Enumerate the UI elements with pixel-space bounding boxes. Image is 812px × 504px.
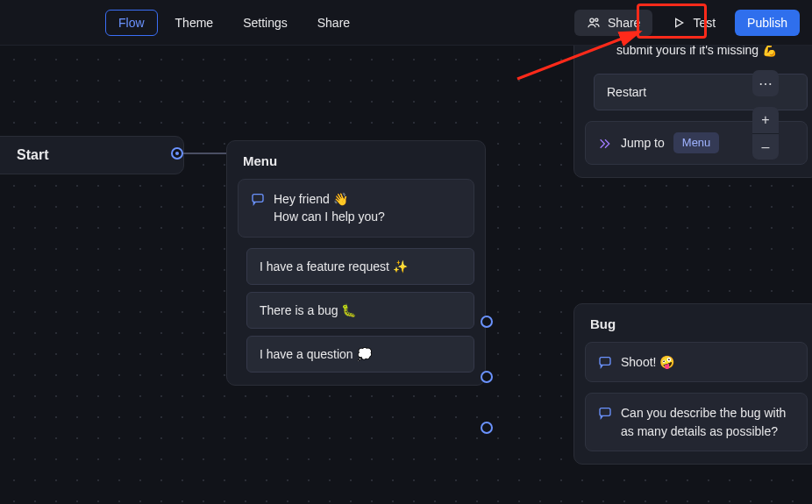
play-icon [672, 16, 686, 30]
flow-canvas[interactable]: ⋯ + – Start Menu Hey friend 👋 How can I … [0, 46, 812, 504]
top-bar: Flow Theme Settings Share Share Test Pub… [0, 0, 812, 46]
message-block[interactable]: Can you describe the bug with as many de… [585, 393, 808, 451]
people-icon [587, 16, 601, 30]
node-menu[interactable]: Menu Hey friend 👋 How can I help you? I … [226, 140, 486, 386]
node-bug-title: Bug [574, 304, 812, 342]
node-menu-title: Menu [227, 141, 485, 179]
node-bug[interactable]: Bug Shoot! 🤪 Can you describe the bug wi… [573, 303, 812, 465]
zoom-out-button[interactable]: – [752, 133, 779, 160]
zoom-in-button[interactable]: + [752, 107, 779, 133]
svg-rect-2 [253, 195, 263, 202]
chat-icon [598, 355, 612, 369]
port-menu-choice2[interactable] [481, 371, 493, 383]
message-block[interactable]: Hey friend 👋 How can I help you? [238, 179, 474, 238]
choice-item[interactable]: There is a bug 🐛 [246, 292, 474, 329]
choice-item[interactable]: I have a feature request ✨ [246, 248, 474, 285]
fast-forward-icon [598, 137, 612, 151]
tab-flow[interactable]: Flow [105, 10, 158, 36]
publish-button[interactable]: Publish [735, 10, 800, 36]
test-button-label: Test [693, 16, 716, 30]
test-button[interactable]: Test [659, 10, 728, 36]
message-text-continued: existing feature requests and submit you… [585, 46, 808, 63]
chat-icon [598, 406, 612, 420]
message-block[interactable]: Shoot! 🤪 [585, 342, 808, 382]
node-start-title: Start [17, 147, 48, 163]
jump-label: Jump to [621, 134, 665, 152]
zoom-control: + – [752, 107, 779, 160]
port-start-out[interactable] [171, 147, 183, 160]
chat-icon [251, 192, 265, 206]
port-menu-choice3[interactable] [481, 422, 493, 434]
canvas-controls: ⋯ + – [752, 70, 779, 160]
port-menu-choice1[interactable] [481, 316, 493, 328]
choice-block: I have a feature request ✨ There is a bu… [238, 248, 474, 373]
svg-point-1 [595, 18, 598, 21]
jump-target-chip: Menu [673, 132, 720, 154]
tab-settings[interactable]: Settings [231, 11, 300, 35]
tab-share[interactable]: Share [305, 11, 362, 35]
share-button-label: Share [608, 16, 640, 30]
tab-theme[interactable]: Theme [163, 11, 226, 35]
publish-button-label: Publish [747, 16, 787, 30]
tab-group: Flow Theme Settings Share [105, 10, 362, 36]
choice-item[interactable]: I have a question 💭 [246, 336, 474, 373]
more-button[interactable]: ⋯ [752, 70, 779, 96]
node-start[interactable]: Start [0, 136, 184, 174]
share-button[interactable]: Share [574, 10, 652, 36]
svg-rect-5 [600, 358, 610, 366]
message-text: Hey friend 👋 How can I help you? [274, 190, 385, 226]
svg-point-0 [590, 18, 594, 22]
message-text: Can you describe the bug with as many de… [621, 404, 794, 440]
message-text: Shoot! 🤪 [621, 353, 674, 371]
svg-rect-6 [600, 408, 610, 416]
